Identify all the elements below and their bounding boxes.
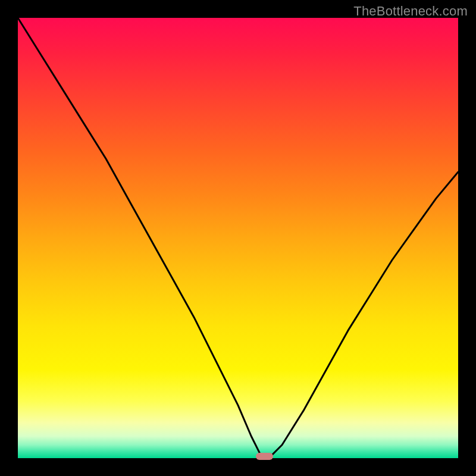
minimum-marker: [256, 453, 274, 460]
plot-area: [18, 18, 458, 458]
watermark-text: TheBottleneck.com: [353, 4, 468, 19]
bottleneck-curve: [18, 18, 458, 458]
chart-container: TheBottleneck.com: [0, 0, 476, 476]
